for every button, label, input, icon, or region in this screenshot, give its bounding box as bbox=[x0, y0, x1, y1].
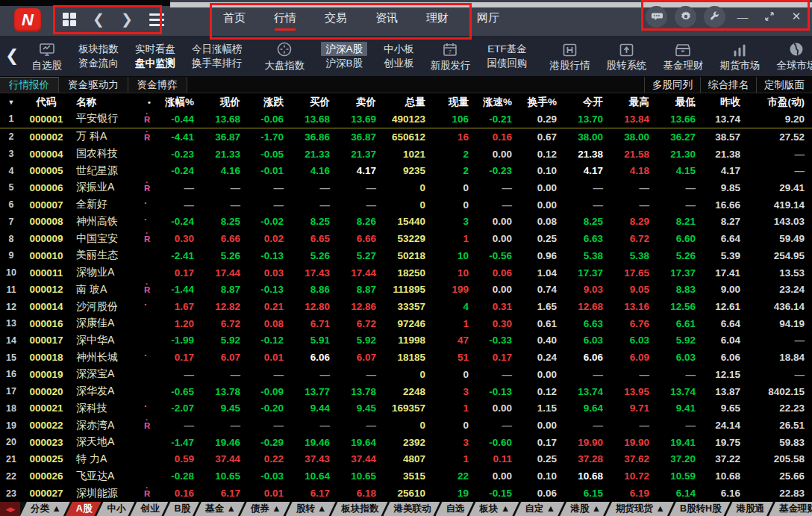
column-header[interactable]: 涨幅% bbox=[158, 93, 202, 111]
table-row[interactable]: 17000020深华发A-0.6513.78-0.0913.7713.78224… bbox=[0, 383, 812, 400]
table-row[interactable]: 18000021深科技·-2.079.45-0.209.449.45169357… bbox=[0, 400, 812, 417]
toolbar-item-global[interactable]: 全球市场 bbox=[768, 40, 812, 72]
column-header[interactable]: 总量 bbox=[384, 93, 433, 111]
bottom-tab[interactable]: 债券 ▲ bbox=[240, 502, 290, 516]
tab-hushen-b[interactable]: 沪深B股 bbox=[325, 56, 363, 70]
column-header[interactable]: 买价 bbox=[291, 93, 337, 111]
bottom-tab[interactable]: 期货现货 ▲ bbox=[605, 502, 674, 516]
bottom-tab[interactable]: 股转 ▲ bbox=[286, 502, 336, 516]
table-row[interactable]: 19000022深赤湾AR—————00—0.00———24.1426.51 bbox=[0, 417, 812, 434]
column-header[interactable]: 最低 bbox=[657, 93, 703, 111]
table-row[interactable]: 22000026飞亚达A-0.2810.65-0.0310.6410.65351… bbox=[0, 467, 812, 485]
table-row[interactable]: 1000001平安银行R-0.4413.68-0.0613.6813.69490… bbox=[0, 111, 812, 128]
bottom-tab[interactable]: 分类 ▲ bbox=[20, 502, 70, 516]
toolbar-item-market-index[interactable]: 大盘指数 bbox=[256, 40, 313, 72]
toolbar-item-ipo[interactable]: 7 新股发行 bbox=[422, 40, 478, 72]
minimize-button[interactable]: — bbox=[733, 7, 752, 26]
column-header-code[interactable]: 代码 bbox=[22, 93, 70, 111]
collapse-chevron-icon[interactable]: ❮ bbox=[0, 46, 23, 66]
bottom-tab[interactable]: 港美联动 bbox=[384, 502, 440, 516]
tab-quote-list[interactable]: 行情报价 bbox=[0, 77, 59, 93]
column-header[interactable]: 昨收 bbox=[703, 93, 748, 111]
table-row[interactable]: 3000004国农科技-0.2321.33-0.0521.3321.371021… bbox=[0, 146, 812, 163]
menu-quotes[interactable]: 行情 bbox=[269, 1, 302, 35]
tab-gem-board[interactable]: 创业板 bbox=[384, 56, 414, 70]
column-header-name[interactable]: 名称 bbox=[70, 93, 140, 111]
bottom-tab[interactable]: 港股通 bbox=[726, 502, 774, 516]
menu-wealth[interactable]: 理财 bbox=[421, 1, 454, 35]
column-header[interactable]: 换手% bbox=[519, 93, 564, 111]
table-row[interactable]: 7000008神州高铁·-0.248.25-0.028.258.26154403… bbox=[0, 214, 812, 231]
column-header[interactable]: 现量 bbox=[433, 93, 476, 111]
table-row[interactable]: 5000006深振业AR—————00—0.00———9.8529.41 bbox=[0, 179, 812, 196]
column-header-marker[interactable]: • bbox=[140, 93, 158, 111]
tab-fund-game[interactable]: 资金博弈 bbox=[128, 77, 187, 93]
menu-trade[interactable]: 交易 bbox=[319, 1, 352, 35]
tab-sme-board[interactable]: 中小板 bbox=[384, 42, 414, 56]
tool-multi-stock[interactable]: 多股同列 bbox=[644, 77, 700, 93]
table-row[interactable]: 8000009中国宝安R0.306.660.026.656.665322910.… bbox=[0, 230, 812, 247]
column-header[interactable]: 市盈(动) bbox=[748, 93, 812, 111]
close-button[interactable]: ✕ bbox=[787, 7, 806, 26]
maximize-button[interactable] bbox=[760, 7, 779, 26]
column-header[interactable]: 现价 bbox=[202, 93, 248, 111]
table-row[interactable]: 12000014沙河股份·1.6712.820.2112.8012.863335… bbox=[0, 298, 812, 315]
toolbar-item-rank-lists[interactable]: 今日涨幅榜 换手率排行 bbox=[184, 42, 251, 70]
message-button[interactable] bbox=[646, 6, 667, 28]
bottom-tab[interactable]: B股转H股 bbox=[669, 502, 731, 516]
bottom-tab[interactable]: 基金 ▲ bbox=[195, 502, 245, 516]
table-row[interactable]: 2000002万 科AR-4.4136.87-1.7036.8636.87650… bbox=[0, 128, 812, 145]
table-row[interactable]: 4000005世纪星源-0.244.16-0.014.164.1792352-0… bbox=[0, 162, 812, 179]
table-row[interactable]: 23000027深圳能源R0.166.170.016.176.182561019… bbox=[0, 485, 812, 502]
bottom-tab[interactable]: 中小 bbox=[96, 502, 134, 516]
menu-news[interactable]: 资讯 bbox=[370, 1, 403, 35]
toolbar-item-realtime-monitor[interactable]: 实时看盘 盘中监测 bbox=[127, 42, 184, 70]
table-row[interactable]: 13000016深康佳A1.206.720.086.716.729724610.… bbox=[0, 315, 812, 332]
bottom-tab[interactable]: B股 bbox=[163, 502, 199, 516]
table-row[interactable]: 20000023深天地A-1.4719.46-0.2919.4619.64239… bbox=[0, 434, 812, 451]
tool-custom-layout[interactable]: 定制版面 bbox=[756, 77, 812, 93]
column-header[interactable]: 今开 bbox=[564, 93, 610, 111]
toolbar-item-watchlist[interactable]: 自选股 bbox=[23, 40, 70, 72]
table-row[interactable]: 14000017深中华A-1.995.92-0.125.915.92119984… bbox=[0, 332, 812, 349]
table-row[interactable]: 15000018神州长城·0.176.070.016.066.071818551… bbox=[0, 349, 812, 366]
tab-hushen-a[interactable]: 沪深A股 bbox=[321, 42, 367, 56]
bottom-tab[interactable]: 自选 bbox=[436, 502, 474, 516]
table-row[interactable]: 21000025特 力A0.5937.440.2237.4337.4448071… bbox=[0, 451, 812, 468]
bottom-tab[interactable]: 板块指数 bbox=[331, 502, 388, 516]
tools-button[interactable] bbox=[704, 6, 725, 28]
toolbar-item-sector-funds[interactable]: 板块指数 资金流向 bbox=[70, 42, 127, 70]
toolbar-item-futures[interactable]: 期货市场 bbox=[711, 40, 768, 72]
tab-etf-fund[interactable]: ETF基金 bbox=[487, 42, 527, 56]
menu-hall[interactable]: 网厅 bbox=[472, 1, 505, 35]
toolbar-item-hk-quotes[interactable]: 港股行情 bbox=[541, 40, 598, 72]
table-row[interactable]: 10000011深物业A0.1717.440.0317.4317.4418250… bbox=[0, 264, 812, 282]
menu-home[interactable]: 首页 bbox=[218, 1, 251, 35]
table-row[interactable]: 11000012南 玻AR-1.448.87-0.138.868.8711189… bbox=[0, 281, 812, 298]
column-header[interactable]: 涨跌 bbox=[248, 93, 291, 111]
column-header[interactable]: 最高 bbox=[610, 93, 657, 111]
bottom-tab[interactable]: 创业 bbox=[130, 502, 168, 516]
grid-icon[interactable] bbox=[63, 13, 76, 26]
table-row[interactable]: 6000007全新好·—————00—0.00———16.66419.14 bbox=[0, 196, 812, 214]
toolbar-item-neeq[interactable]: 股转系统 bbox=[598, 40, 655, 72]
sort-dropdown-icon[interactable]: ▼ bbox=[0, 93, 22, 111]
settings-button[interactable] bbox=[675, 6, 696, 28]
tab-bond-repo[interactable]: 国债回购 bbox=[487, 56, 527, 70]
forward-arrow-icon[interactable]: ❯ bbox=[121, 12, 133, 27]
bottom-tab[interactable]: 港股 ▲ bbox=[560, 502, 610, 516]
back-arrow-icon[interactable]: ❮ bbox=[93, 12, 104, 27]
bottom-tab[interactable]: A股 bbox=[66, 502, 102, 516]
bottom-tab[interactable]: 板块 ▲ bbox=[469, 502, 519, 516]
bottom-tab[interactable]: 自定 ▲ bbox=[514, 502, 564, 516]
table-row[interactable]: 9000010美丽生态-2.415.26-0.135.265.275021810… bbox=[0, 247, 812, 264]
tool-overall-rank[interactable]: 综合排名 bbox=[700, 77, 756, 93]
toolbar-item-fund-wealth[interactable]: 基金理财 bbox=[655, 40, 711, 72]
menu-hamburger-icon[interactable] bbox=[149, 13, 164, 26]
tab-fund-drive[interactable]: 资金驱动力 bbox=[59, 77, 128, 93]
table-row[interactable]: 16000019深深宝A—————00—0.00———12.15— bbox=[0, 366, 812, 383]
tab-pager-icon[interactable]: ◀▶ bbox=[0, 502, 20, 516]
column-header[interactable]: 涨速% bbox=[476, 93, 519, 111]
bottom-tab[interactable]: 基金理财 ▲ bbox=[769, 502, 812, 516]
column-header[interactable]: 卖价 bbox=[337, 93, 384, 111]
